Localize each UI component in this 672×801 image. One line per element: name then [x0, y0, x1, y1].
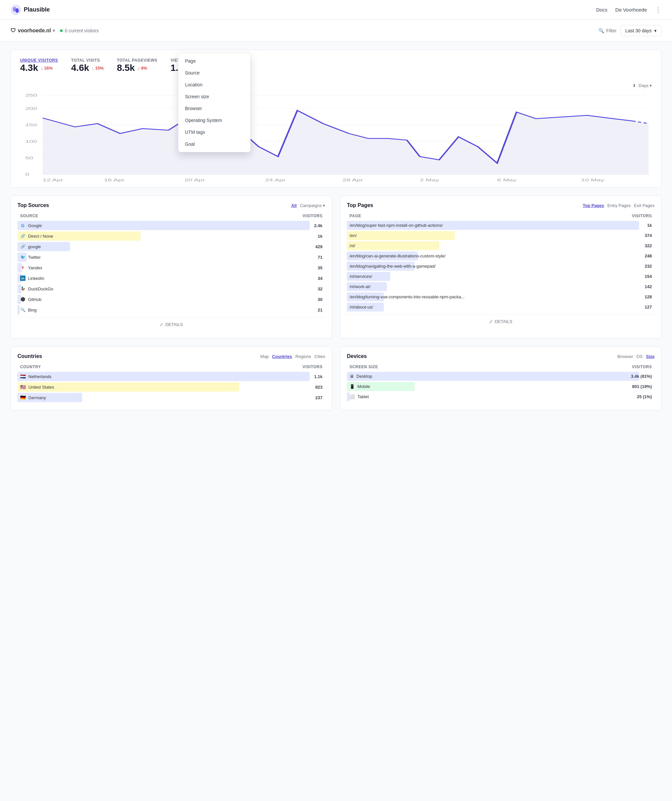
- page-row-6[interactable]: /nl/services/ 154: [347, 272, 654, 281]
- tab-countries[interactable]: Countries: [272, 354, 292, 359]
- search-icon: 🔍: [598, 28, 604, 33]
- svg-text:10 May: 10 May: [581, 178, 604, 182]
- svg-text:24 Apr: 24 Apr: [265, 178, 286, 182]
- tab-top-pages[interactable]: Top Pages: [583, 203, 604, 208]
- devices-title: Devices: [347, 353, 367, 359]
- device-row-desktop[interactable]: 🖥 Desktop 3.4k (81%): [347, 372, 654, 381]
- total-visits-change: ↓ 15%: [92, 66, 103, 71]
- source-row-google-lower[interactable]: 🔗 google 429: [18, 242, 325, 251]
- dropdown-item-location[interactable]: Location: [178, 79, 250, 91]
- main-content: UNIQUE VISITORS 4.3k ↓ 16% TOTAL VISITS …: [0, 42, 672, 426]
- svg-point-2: [16, 8, 19, 13]
- site-name[interactable]: 🛡 voorhoede.nl ▾: [11, 28, 55, 34]
- page-row-7[interactable]: /nl/work-at/ 142: [347, 282, 654, 291]
- visitors-chart: 250 200 150 100 50 0 12 Ap: [20, 91, 652, 183]
- tablet-icon: ⬜: [350, 394, 355, 399]
- source-row-github[interactable]: ⚫ GitHub 30: [18, 295, 325, 304]
- page-col-header: Page: [350, 214, 361, 218]
- page-row-5[interactable]: /en/blog/navigating-the-web-with-a-gamep…: [347, 262, 654, 271]
- source-row-bing[interactable]: 🔍 Bing 21: [18, 305, 325, 314]
- tab-os[interactable]: OS: [637, 354, 643, 359]
- date-range-picker[interactable]: Last 30 days ▾: [620, 25, 661, 36]
- dropdown-item-screen-size[interactable]: Screen size: [178, 91, 250, 103]
- site-account[interactable]: De Voorhoede: [615, 7, 647, 13]
- source-row-direct[interactable]: 🔗 Direct / None 1k: [18, 232, 325, 241]
- expand-icon-pages: ⤢: [489, 319, 493, 324]
- dropdown-item-browser[interactable]: Browser: [178, 103, 250, 114]
- tab-cities[interactable]: Cities: [314, 354, 325, 359]
- tab-entry-pages[interactable]: Entry Pages: [608, 203, 631, 208]
- more-options-icon[interactable]: ⋮: [655, 6, 661, 14]
- total-pageviews-label[interactable]: TOTAL PAGEVIEWS: [117, 58, 157, 63]
- size-col-header: Screen size: [350, 365, 378, 369]
- dropdown-item-os[interactable]: Operating System: [178, 114, 250, 126]
- visitors-col-header-pages: Visitors: [632, 214, 652, 218]
- days-toggle[interactable]: Days ▾: [639, 83, 652, 88]
- tab-exit-pages[interactable]: Exit Pages: [634, 203, 654, 208]
- top-sources-tabs: All Campaigns ▾: [291, 203, 325, 208]
- source-row-google[interactable]: G Google 2.4k: [18, 221, 325, 230]
- pages-details-button[interactable]: ⤢ DETAILS: [347, 314, 654, 329]
- top-sources-table-header: Source Visitors: [18, 214, 325, 218]
- visitors-col-header-countries: Visitors: [302, 365, 322, 369]
- site-dropdown-icon: ▾: [53, 28, 55, 33]
- svg-text:50: 50: [26, 156, 33, 160]
- svg-text:100: 100: [26, 140, 37, 143]
- device-row-tablet[interactable]: ⬜ Tablet 25 (1%): [347, 392, 654, 401]
- duckduckgo-icon: 🦆: [20, 286, 26, 291]
- total-visits-label[interactable]: TOTAL VISITS: [71, 58, 104, 63]
- svg-text:0: 0: [26, 172, 29, 176]
- download-icon[interactable]: ⬇: [632, 83, 636, 88]
- tab-map[interactable]: Map: [261, 354, 269, 359]
- dropdown-item-page[interactable]: Page: [178, 55, 250, 67]
- page-row-3[interactable]: /nl/ 322: [347, 241, 654, 250]
- dropdown-item-utm[interactable]: UTM tags: [178, 126, 250, 138]
- metric-total-pageviews: TOTAL PAGEVIEWS 8.5k ↓ 4%: [117, 58, 157, 73]
- country-row-us[interactable]: 🇺🇸 United States 823: [18, 382, 325, 392]
- desktop-icon: 🖥: [350, 374, 354, 379]
- page-row-8[interactable]: /en/blog/turning-vue-components-into-reu…: [347, 293, 654, 301]
- page-row-2[interactable]: /en/ 374: [347, 231, 654, 240]
- header: Plausible Docs De Voorhoede ⋮: [0, 0, 672, 20]
- tab-campaigns[interactable]: Campaigns ▾: [300, 203, 325, 208]
- countries-title: Countries: [18, 353, 42, 359]
- page-row-9[interactable]: /nl/about-us/ 127: [347, 302, 654, 312]
- filter-button[interactable]: 🔍 Filter: [598, 28, 616, 33]
- total-pageviews-change: ↓ 4%: [137, 66, 147, 71]
- docs-link[interactable]: Docs: [596, 7, 608, 13]
- sources-details-button[interactable]: ⤢ DETAILS: [18, 317, 325, 331]
- page-row-4[interactable]: /en/blog/can-ai-generate-illustrations-c…: [347, 251, 654, 261]
- country-col-header: Country: [20, 365, 41, 369]
- svg-text:20 Apr: 20 Apr: [185, 178, 205, 182]
- tab-browser[interactable]: Browser: [617, 354, 633, 359]
- device-row-mobile[interactable]: 📱 Mobile 801 (19%): [347, 382, 654, 391]
- bing-icon: 🔍: [20, 307, 26, 312]
- devices-table-header: Screen size Visitors: [347, 365, 654, 369]
- tab-size[interactable]: Size: [646, 354, 654, 359]
- dropdown-item-source[interactable]: Source: [178, 67, 250, 79]
- page-row-1[interactable]: /en/blog/super-fast-npm-install-on-githu…: [347, 221, 654, 230]
- logo[interactable]: Plausible: [11, 5, 50, 15]
- country-row-de[interactable]: 🇩🇪 Germany 237: [18, 393, 325, 402]
- source-row-yandex[interactable]: Y Yandex 35: [18, 263, 325, 272]
- metrics-row: UNIQUE VISITORS 4.3k ↓ 16% TOTAL VISITS …: [20, 58, 652, 73]
- source-row-duckduckgo[interactable]: 🦆 DuckDuckGo 32: [18, 284, 325, 293]
- tab-all[interactable]: All: [291, 203, 297, 208]
- unique-visitors-label[interactable]: UNIQUE VISITORS: [20, 58, 58, 63]
- top-pages-header: Top Pages Top Pages Entry Pages Exit Pag…: [347, 203, 654, 208]
- svg-text:150: 150: [26, 123, 37, 127]
- countries-table-header: Country Visitors: [18, 365, 325, 369]
- twitter-icon: 🐦: [20, 254, 26, 260]
- yandex-icon: Y: [20, 265, 26, 270]
- tab-regions[interactable]: Regions: [295, 354, 311, 359]
- source-row-twitter[interactable]: 🐦 Twitter 71: [18, 253, 325, 262]
- source-row-linkedin[interactable]: in LinkedIn 34: [18, 273, 325, 283]
- shield-icon: 🛡: [11, 28, 16, 34]
- dropdown-item-goal[interactable]: Goal: [178, 138, 250, 150]
- stats-card: UNIQUE VISITORS 4.3k ↓ 16% TOTAL VISITS …: [11, 50, 661, 188]
- link-icon: 🔗: [20, 233, 26, 239]
- country-row-nl[interactable]: 🇳🇱 Netherlands 1.1k: [18, 372, 325, 381]
- top-pages-title: Top Pages: [347, 203, 373, 208]
- panels-row-1: Top Sources All Campaigns ▾ Source Visit…: [11, 195, 661, 339]
- flag-de: 🇩🇪: [20, 395, 26, 400]
